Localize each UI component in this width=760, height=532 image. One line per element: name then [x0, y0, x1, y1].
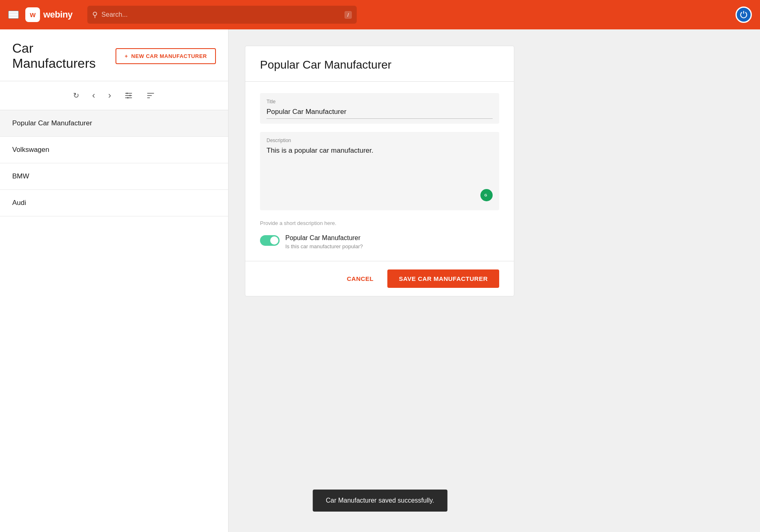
toggle-row: Popular Car Manufacturer Is this car man…: [260, 234, 499, 249]
next-button[interactable]: ›: [106, 88, 113, 103]
sort-button[interactable]: [144, 89, 158, 102]
search-bar: ⚲ /: [87, 6, 357, 24]
plus-icon: +: [124, 53, 128, 59]
logo: w webiny: [25, 7, 73, 22]
keyboard-shortcut-badge: /: [344, 11, 352, 19]
snackbar-message: Car Manufacturer saved successfully.: [326, 497, 434, 504]
svg-text:G: G: [484, 193, 487, 197]
left-panel: Car Manufacturers + NEW CAR MANUFACTURER…: [0, 29, 229, 532]
svg-point-5: [127, 97, 129, 99]
form-card-header: Popular Car Manufacturer: [245, 46, 514, 82]
refresh-button[interactable]: ↻: [71, 89, 82, 102]
description-field-label: Description: [267, 138, 493, 143]
title-input[interactable]: [267, 108, 493, 119]
filter-button[interactable]: [122, 89, 136, 102]
toggle-slider: [260, 235, 280, 246]
toggle-knob: [270, 236, 278, 245]
sort-icon: [146, 91, 155, 100]
hamburger-menu-button[interactable]: [8, 11, 19, 19]
cancel-button[interactable]: CANCEL: [341, 271, 380, 286]
right-panel: Popular Car Manufacturer Title Descripti…: [229, 29, 760, 532]
prev-button[interactable]: ‹: [90, 88, 98, 103]
description-textarea-wrap: G: [267, 147, 493, 205]
left-header: Car Manufacturers + NEW CAR MANUFACTURER: [0, 29, 228, 81]
form-title: Popular Car Manufacturer: [260, 58, 499, 71]
top-navigation: w webiny ⚲ /: [0, 0, 760, 29]
description-textarea[interactable]: [267, 147, 493, 204]
car-manufacturer-list: Popular Car Manufacturer Volkswagen BMW …: [0, 110, 228, 216]
toggle-hint: Is this car manufacturer popular?: [285, 243, 363, 249]
refresh-icon: ↻: [73, 91, 79, 100]
power-button[interactable]: [736, 7, 752, 23]
main-layout: Car Manufacturers + NEW CAR MANUFACTURER…: [0, 29, 760, 532]
new-button-label: NEW CAR MANUFACTURER: [131, 53, 207, 59]
form-card: Popular Car Manufacturer Title Descripti…: [245, 46, 514, 296]
new-car-manufacturer-button[interactable]: + NEW CAR MANUFACTURER: [116, 48, 216, 64]
form-body: Title Description G Provide: [245, 82, 514, 261]
logo-icon: w: [25, 7, 40, 22]
search-input[interactable]: [102, 11, 340, 18]
toggle-label: Popular Car Manufacturer: [285, 234, 363, 242]
chevron-left-icon: ‹: [92, 90, 95, 101]
description-hint: Provide a short description here.: [260, 220, 499, 226]
search-icon: ⚲: [92, 10, 98, 19]
svg-point-4: [129, 95, 131, 96]
filter-icon: [124, 91, 133, 100]
title-field-label: Title: [267, 99, 493, 105]
grammarly-button[interactable]: G: [480, 189, 493, 201]
page-title: Car Manufacturers: [12, 41, 107, 71]
title-field-group: Title: [260, 93, 499, 124]
description-field-group: Description G: [260, 132, 499, 210]
list-item[interactable]: Audi: [0, 190, 228, 216]
popular-toggle[interactable]: [260, 235, 280, 246]
chevron-right-icon: ›: [108, 90, 111, 101]
list-toolbar: ↻ ‹ ›: [0, 81, 228, 110]
save-car-manufacturer-button[interactable]: SAVE CAR MANUFACTURER: [387, 269, 499, 288]
snackbar: Car Manufacturer saved successfully.: [313, 490, 447, 512]
form-actions: CANCEL SAVE CAR MANUFACTURER: [245, 261, 514, 296]
list-item[interactable]: Volkswagen: [0, 137, 228, 163]
logo-text: webiny: [43, 9, 73, 20]
svg-point-3: [127, 93, 128, 94]
list-item[interactable]: BMW: [0, 163, 228, 190]
list-item[interactable]: Popular Car Manufacturer: [0, 110, 228, 137]
